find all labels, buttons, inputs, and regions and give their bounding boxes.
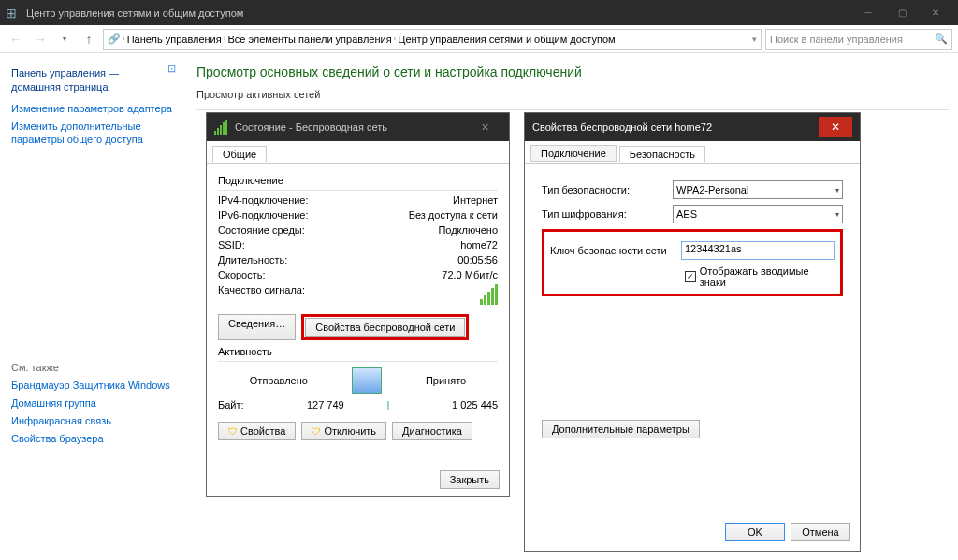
properties-button[interactable]: 🛡 Свойства (218, 422, 296, 440)
sent-activity-icon: — ····· (315, 376, 344, 385)
sent-label: Отправлено (250, 375, 308, 386)
page-subheading: Просмотр активных сетей (196, 89, 949, 100)
breadcrumb-item[interactable]: Центр управления сетями и общим доступом (398, 34, 615, 45)
forward-button[interactable]: → (30, 29, 51, 50)
dialog-title: Свойства беспроводной сети home72 (532, 122, 712, 133)
security-key-input[interactable]: 12344321as (681, 241, 835, 260)
security-type-label: Тип безопасности: (542, 184, 673, 195)
row-value: 00:05:56 (457, 254, 498, 266)
window-titlebar: Центр управления сетями и общим доступом… (0, 0, 958, 25)
search-placeholder: Поиск в панели управления (770, 34, 903, 45)
close-icon[interactable]: ✕ (468, 122, 501, 134)
sidebar-link-adapter[interactable]: Изменение параметров адаптера (11, 102, 176, 116)
window-title: Центр управления сетями и общим доступом (26, 7, 243, 19)
see-also-homegroup[interactable]: Домашняя группа (11, 396, 176, 410)
wifi-status-dialog: Состояние - Беспроводная сеть ✕ Общие По… (206, 112, 510, 497)
row-value: home72 (460, 239, 498, 251)
diagnostics-button[interactable]: Диагностика (392, 422, 472, 440)
signal-icon (214, 120, 227, 135)
maximize-button[interactable]: ▢ (885, 0, 919, 25)
close-button[interactable]: ✕ (919, 0, 952, 25)
show-chars-checkbox[interactable]: ✓ (685, 271, 696, 282)
see-also-infrared[interactable]: Инфракрасная связь (11, 414, 176, 428)
network-icon: ⊡ (167, 63, 176, 75)
row-value: 72.0 Мбит/с (442, 269, 498, 280)
see-also-firewall[interactable]: Брандмауэр Защитника Windows (11, 379, 176, 393)
recv-label: Принято (426, 375, 466, 386)
close-button[interactable]: Закрыть (440, 470, 500, 489)
bytes-recv-value: 1 025 445 (432, 399, 498, 410)
group-connection-label: Подключение (218, 175, 498, 186)
disable-button[interactable]: 🛡 Отключить (301, 422, 386, 440)
row-value: Без доступа к сети (409, 209, 498, 221)
see-also-browser[interactable]: Свойства браузера (11, 432, 176, 446)
breadcrumb-item[interactable]: Панель управления (127, 34, 222, 45)
encryption-select[interactable]: AES▾ (673, 205, 843, 223)
advanced-params-button[interactable]: Дополнительные параметры (542, 420, 700, 438)
security-key-label: Ключ безопасности сети (550, 245, 681, 256)
row-label: Скорость: (218, 269, 266, 280)
security-type-select[interactable]: WPA2-Personal▾ (673, 180, 843, 199)
chevron-down-icon: ▾ (835, 210, 839, 219)
bytes-label: Байт: (218, 399, 244, 410)
minimize-button[interactable]: ─ (851, 0, 885, 25)
search-icon: 🔍 (935, 33, 948, 45)
bytes-sent-value: 127 749 (279, 399, 344, 410)
row-label: Качество сигнала: (218, 284, 305, 307)
row-label: IPv4-подключение: (218, 194, 309, 206)
encryption-label: Тип шифрования: (542, 208, 673, 220)
details-button[interactable]: Сведения… (218, 314, 296, 340)
row-value: Подключено (438, 224, 498, 236)
ok-button[interactable]: OK (725, 523, 785, 541)
navigation-bar: ← → ▾ ↑ › Панель управления › Все элемен… (0, 25, 958, 53)
cancel-button[interactable]: Отмена (791, 523, 850, 541)
dialog-title: Состояние - Беспроводная сеть (235, 122, 387, 133)
signal-strength-icon (480, 284, 498, 307)
see-also-label: См. также (11, 362, 176, 373)
shield-icon: 🛡 (312, 426, 321, 437)
row-value: Интернет (453, 194, 498, 206)
chevron-down-icon: ▾ (835, 186, 839, 194)
group-activity-label: Активность (218, 346, 498, 357)
breadcrumb-item[interactable]: Все элементы панели управления (227, 34, 391, 45)
tab-general[interactable]: Общие (212, 146, 267, 163)
history-dropdown[interactable]: ▾ (54, 29, 75, 50)
search-input[interactable]: Поиск в панели управления 🔍 (765, 29, 952, 50)
computer-icon (352, 367, 382, 394)
highlighted-security-key-area: Ключ безопасности сети 12344321as ✓ Отоб… (542, 229, 843, 296)
close-icon[interactable]: ✕ (819, 117, 852, 137)
row-label: Длительность: (218, 254, 287, 266)
shield-icon: 🛡 (228, 426, 238, 437)
sidebar-link-sharing[interactable]: Изменить дополнительные параметры общего… (11, 120, 176, 148)
row-label: IPv6-подключение: (218, 209, 309, 221)
back-button[interactable]: ← (6, 29, 26, 50)
breadcrumb-icon (108, 33, 121, 45)
breadcrumb-dropdown-icon[interactable]: ▾ (752, 35, 757, 44)
recv-activity-icon: ····· — (389, 376, 418, 385)
up-button[interactable]: ↑ (79, 29, 99, 50)
breadcrumb[interactable]: › Панель управления › Все элементы панел… (103, 29, 762, 50)
tab-connection[interactable]: Подключение (530, 145, 617, 162)
wifi-properties-button[interactable]: Свойства беспроводной сети (305, 318, 465, 337)
control-panel-home-link[interactable]: Панель управления — домашняя страница (11, 66, 162, 94)
tab-security[interactable]: Безопасность (619, 146, 705, 163)
row-label: Состояние среды: (218, 224, 305, 236)
app-icon (6, 6, 21, 21)
show-chars-label: Отображать вводимые знаки (700, 266, 835, 288)
left-sidebar: Панель управления — домашняя страница ⊡ … (0, 53, 187, 560)
page-heading: Просмотр основных сведений о сети и наст… (196, 65, 949, 79)
wifi-properties-dialog: Свойства беспроводной сети home72 ✕ Подк… (524, 112, 861, 552)
row-label: SSID: (218, 239, 245, 251)
